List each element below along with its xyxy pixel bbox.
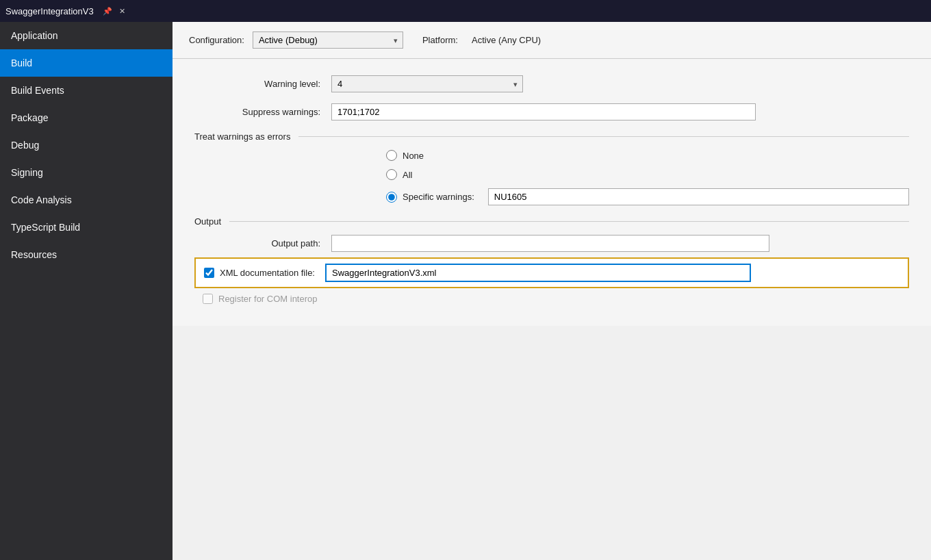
title-bar-text: SwaggerIntegrationV3 <box>5 6 94 16</box>
treat-warnings-radio-group: None All Specific warnings: <box>386 150 909 205</box>
radio-specific[interactable] <box>386 192 397 203</box>
sidebar-item-build-events[interactable]: Build Events <box>0 77 173 104</box>
sidebar-item-build[interactable]: Build <box>0 49 173 77</box>
build-form: Warning level: 4 0 1 2 3 Suppress warnin… <box>173 59 931 326</box>
output-section-header: Output <box>194 216 909 227</box>
output-title: Output <box>194 216 221 227</box>
radio-specific-row: Specific warnings: <box>386 188 909 205</box>
title-bar: SwaggerIntegrationV3 📌 ✕ <box>0 0 931 22</box>
platform-label: Platform: <box>422 35 458 45</box>
suppress-warnings-label: Suppress warnings: <box>194 107 331 117</box>
treat-warnings-section-header: Treat warnings as errors <box>194 131 909 142</box>
title-bar-controls: 📌 ✕ <box>102 5 128 16</box>
sidebar-item-application[interactable]: Application <box>0 22 173 49</box>
sidebar-item-code-analysis[interactable]: Code Analysis <box>0 186 173 214</box>
radio-specific-label: Specific warnings: <box>403 192 474 202</box>
sidebar-item-typescript-build[interactable]: TypeScript Build <box>0 214 173 241</box>
content-wrapper: Configuration: Active (Debug) Debug Rele… <box>173 22 931 560</box>
specific-warnings-input[interactable] <box>488 188 909 205</box>
warning-level-row: Warning level: 4 0 1 2 3 <box>194 75 909 92</box>
output-divider <box>229 221 909 222</box>
sidebar-item-package[interactable]: Package <box>0 104 173 131</box>
warning-level-label: Warning level: <box>194 79 331 89</box>
output-path-input[interactable] <box>331 235 769 252</box>
treat-warnings-title: Treat warnings as errors <box>194 131 290 142</box>
content-scroll[interactable]: Configuration: Active (Debug) Debug Rele… <box>173 22 931 560</box>
config-bar: Configuration: Active (Debug) Debug Rele… <box>173 22 931 59</box>
sidebar-item-signing[interactable]: Signing <box>0 159 173 186</box>
configuration-select-wrapper: Active (Debug) Debug Release <box>253 31 403 49</box>
xml-doc-checkbox[interactable] <box>204 268 214 278</box>
xml-doc-input[interactable] <box>326 264 750 281</box>
com-interop-checkbox[interactable] <box>203 294 213 304</box>
sidebar-item-resources[interactable]: Resources <box>0 241 173 268</box>
suppress-warnings-row: Suppress warnings: <box>194 103 909 120</box>
xml-doc-row: XML documentation file: <box>194 257 909 288</box>
sidebar-item-debug[interactable]: Debug <box>0 131 173 159</box>
radio-none[interactable] <box>386 150 397 161</box>
radio-all-label: All <box>403 170 412 180</box>
output-path-label: Output path: <box>194 238 331 249</box>
warning-level-select-wrapper: 4 0 1 2 3 <box>331 75 523 92</box>
com-interop-row: Register for COM interop <box>194 288 909 309</box>
configuration-select[interactable]: Active (Debug) Debug Release <box>253 31 403 49</box>
sidebar: Application Build Build Events Package D… <box>0 22 173 560</box>
radio-all-row: All <box>386 169 909 180</box>
suppress-warnings-input[interactable] <box>331 103 756 120</box>
radio-none-row: None <box>386 150 909 161</box>
radio-all[interactable] <box>386 169 397 180</box>
close-button[interactable]: ✕ <box>117 5 128 16</box>
output-path-row: Output path: <box>194 235 909 252</box>
main-layout: Application Build Build Events Package D… <box>0 22 931 560</box>
xml-doc-label: XML documentation file: <box>220 268 315 278</box>
warning-level-select[interactable]: 4 0 1 2 3 <box>331 75 523 92</box>
treat-warnings-divider <box>298 136 909 137</box>
com-interop-label: Register for COM interop <box>218 294 318 304</box>
radio-none-label: None <box>403 151 424 161</box>
platform-value: Active (Any CPU) <box>472 35 541 45</box>
pin-button[interactable]: 📌 <box>102 5 113 16</box>
configuration-label: Configuration: <box>189 35 244 45</box>
